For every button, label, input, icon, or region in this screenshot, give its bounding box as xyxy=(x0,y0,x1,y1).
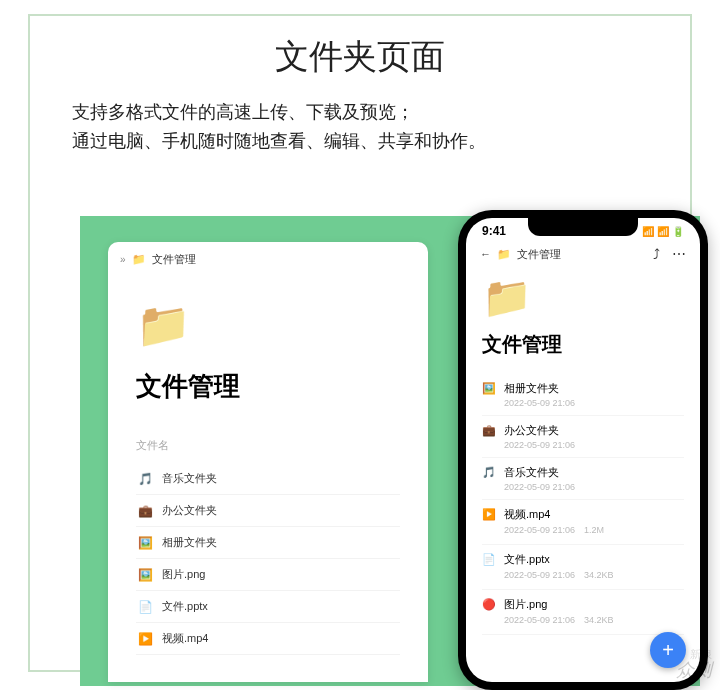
list-item[interactable]: 🎵音乐文件夹2022-05-09 21:06 xyxy=(482,458,684,500)
back-icon[interactable]: ← xyxy=(480,248,491,260)
file-name: 相册文件夹 xyxy=(162,535,217,550)
file-icon: 🖼️ xyxy=(482,382,496,395)
file-icon: 🖼️ xyxy=(136,536,154,550)
desktop-heading: 文件管理 xyxy=(136,369,428,404)
file-icon: 🖼️ xyxy=(136,568,154,582)
file-name: 办公文件夹 xyxy=(162,503,217,518)
file-icon: ▶️ xyxy=(482,508,496,521)
file-name: 音乐文件夹 xyxy=(162,471,217,486)
file-name: 办公文件夹 xyxy=(504,423,559,438)
file-name: 音乐文件夹 xyxy=(504,465,559,480)
folder-icon: 📁 xyxy=(497,248,511,261)
file-name: 文件.pptx xyxy=(504,552,550,567)
list-item[interactable]: ▶️视频.mp42022-05-09 21:06 1.2M xyxy=(482,500,684,545)
file-meta: 2022-05-09 21:06 xyxy=(504,440,684,450)
list-item[interactable]: 🎵音乐文件夹 xyxy=(136,463,400,495)
chevron-icon: » xyxy=(120,254,126,265)
signal-icon: 📶 xyxy=(642,226,654,237)
file-name: 文件.pptx xyxy=(162,599,208,614)
breadcrumb[interactable]: 文件管理 xyxy=(152,252,196,267)
battery-icon: 🔋 xyxy=(672,226,684,237)
phone-screen: 9:41 📶 📶 🔋 ← 📁 文件管理 ⤴ ⋯ xyxy=(466,218,700,682)
file-icon: 📄 xyxy=(482,553,496,566)
page-desc: 支持多格式文件的高速上传、下载及预览； 通过电脑、手机随时随地查看、编辑、共享和… xyxy=(72,98,690,156)
file-icon: 🎵 xyxy=(482,466,496,479)
file-meta: 2022-05-09 21:06 xyxy=(504,482,684,492)
file-meta: 2022-05-09 21:06 1.2M xyxy=(504,524,684,537)
list-item[interactable]: 🖼️相册文件夹2022-05-09 21:06 xyxy=(482,374,684,416)
list-item[interactable]: 🔴图片.png2022-05-09 21:06 34.2KB xyxy=(482,590,684,635)
phone-notch xyxy=(528,218,638,236)
desc-line1: 支持多格式文件的高速上传、下载及预览； xyxy=(72,98,690,127)
file-icon: 💼 xyxy=(136,504,154,518)
list-item[interactable]: ▶️视频.mp4 xyxy=(136,623,400,655)
file-name: 视频.mp4 xyxy=(504,507,550,522)
file-icon: 📄 xyxy=(136,600,154,614)
folder-large-icon: 📁 xyxy=(136,299,428,351)
share-icon[interactable]: ⤴ xyxy=(653,246,660,262)
more-icon[interactable]: ⋯ xyxy=(672,246,686,262)
file-icon: ▶️ xyxy=(136,632,154,646)
phone-nav: ← 📁 文件管理 ⤴ ⋯ xyxy=(466,238,700,266)
wifi-icon: 📶 xyxy=(657,226,669,237)
list-item[interactable]: 🖼️图片.png xyxy=(136,559,400,591)
page-title: 文件夹页面 xyxy=(30,34,690,80)
desktop-toolbar: » 📁 文件管理 xyxy=(108,242,428,277)
file-name: 图片.png xyxy=(504,597,547,612)
file-icon: 💼 xyxy=(482,424,496,437)
folder-icon: 📁 xyxy=(132,253,146,266)
file-meta: 2022-05-09 21:06 xyxy=(504,398,684,408)
desktop-file-list: 🎵音乐文件夹💼办公文件夹🖼️相册文件夹🖼️图片.png📄文件.pptx▶️视频.… xyxy=(136,463,400,655)
watermark: 众测 xyxy=(676,658,712,682)
breadcrumb[interactable]: 文件管理 xyxy=(517,247,561,262)
list-item[interactable]: 💼办公文件夹 xyxy=(136,495,400,527)
file-name: 视频.mp4 xyxy=(162,631,208,646)
status-time: 9:41 xyxy=(482,224,506,238)
list-item[interactable]: 💼办公文件夹2022-05-09 21:06 xyxy=(482,416,684,458)
phone-heading: 文件管理 xyxy=(482,331,700,358)
list-item[interactable]: 📄文件.pptx xyxy=(136,591,400,623)
folder-large-icon: 📁 xyxy=(482,274,700,321)
file-icon: 🔴 xyxy=(482,598,496,611)
green-stage: » 📁 文件管理 📁 文件管理 文件名 🎵音乐文件夹💼办公文件夹🖼️相册文件夹🖼… xyxy=(80,216,700,686)
desc-line2: 通过电脑、手机随时随地查看、编辑、共享和协作。 xyxy=(72,127,690,156)
file-name: 图片.png xyxy=(162,567,205,582)
file-name: 相册文件夹 xyxy=(504,381,559,396)
list-item[interactable]: 📄文件.pptx2022-05-09 21:06 34.2KB xyxy=(482,545,684,590)
file-meta: 2022-05-09 21:06 34.2KB xyxy=(504,614,684,627)
file-icon: 🎵 xyxy=(136,472,154,486)
phone-file-list: 🖼️相册文件夹2022-05-09 21:06💼办公文件夹2022-05-09 … xyxy=(466,374,700,635)
column-header: 文件名 xyxy=(136,438,428,453)
desktop-window: » 📁 文件管理 📁 文件管理 文件名 🎵音乐文件夹💼办公文件夹🖼️相册文件夹🖼… xyxy=(108,242,428,682)
file-meta: 2022-05-09 21:06 34.2KB xyxy=(504,569,684,582)
phone-frame: 9:41 📶 📶 🔋 ← 📁 文件管理 ⤴ ⋯ xyxy=(458,210,708,690)
list-item[interactable]: 🖼️相册文件夹 xyxy=(136,527,400,559)
